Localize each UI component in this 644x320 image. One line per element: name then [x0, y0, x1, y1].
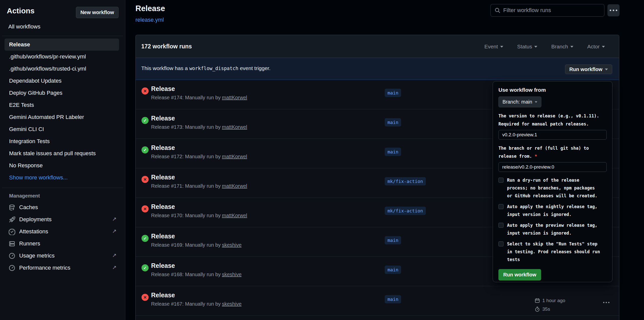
- run-workflow-panel: Use workflow from Branch: main The versi…: [493, 81, 612, 282]
- database-icon: [9, 204, 15, 211]
- workflow-nav: Release .github/workflows/pr-review.yml …: [0, 39, 125, 184]
- filter-workflow-runs-input[interactable]: [503, 7, 600, 14]
- run-status-glyph: ✕: [143, 295, 147, 300]
- x-circle-icon: ✕: [142, 294, 149, 301]
- run-actor-link[interactable]: mattKorwel: [222, 213, 247, 218]
- sidebar-item-github-workflows-trusted-ci-yml[interactable]: .github/workflows/trusted-ci.yml: [5, 63, 119, 75]
- sidebar-item-show-more-workflows[interactable]: Show more workflows...: [5, 172, 119, 184]
- run-description: Release #173: Manually run bymattKorwel: [151, 124, 247, 130]
- management-label: Caches: [19, 204, 38, 211]
- checkbox[interactable]: [498, 223, 503, 228]
- management-label: Deployments: [19, 216, 51, 223]
- run-actor-link[interactable]: skeshive: [222, 272, 242, 277]
- sidebar-item-dependabot-updates[interactable]: Dependabot Updates: [5, 75, 119, 87]
- filter-dropdown-status[interactable]: Status: [517, 44, 538, 50]
- management-header: Management: [9, 193, 40, 199]
- run-workflow-submit-button[interactable]: Run workflow: [498, 269, 541, 280]
- run-description-text: Release #168: Manually run by: [151, 272, 221, 277]
- sidebar-item-mark-stale-issues-and-pull-requests[interactable]: Mark stale issues and pull requests: [5, 147, 119, 159]
- run-actor-link[interactable]: mattKorwel: [222, 124, 247, 130]
- sidebar-item-attestations[interactable]: Attestations ↗: [0, 226, 125, 238]
- runs-filters: Event Status Branch Actor: [484, 44, 605, 50]
- run-branch-badge[interactable]: main: [385, 236, 401, 244]
- chevron-down-icon: [605, 69, 608, 70]
- sidebar-item-runners[interactable]: Runners: [0, 238, 125, 250]
- filter-dropdown-actor[interactable]: Actor: [587, 44, 605, 50]
- run-branch-badge[interactable]: mk/fix-action: [385, 177, 426, 185]
- run-status-glyph: ✕: [143, 207, 147, 211]
- meter-icon: [9, 265, 15, 271]
- run-title-link[interactable]: Release: [151, 233, 175, 240]
- stopwatch-icon: [535, 306, 540, 312]
- sidebar-workflow-label: .github/workflows/pr-review.yml: [9, 53, 86, 60]
- run-status-glyph: ✓: [143, 148, 147, 152]
- banner-text: This workflow has aworkflow_dispatcheven…: [141, 65, 270, 71]
- sidebar-item-gemini-cli-ci[interactable]: Gemini CLI CI: [5, 123, 119, 135]
- workflow-dispatch-code: workflow_dispatch: [188, 66, 240, 71]
- check-circle-icon: ✓: [142, 264, 149, 271]
- workflow-file-link[interactable]: release.yml: [135, 17, 164, 23]
- sidebar-item-e2e-tests[interactable]: E2E Tests: [5, 99, 119, 111]
- run-actor-link[interactable]: mattKorwel: [222, 95, 247, 100]
- sidebar-item-no-response[interactable]: No Response: [5, 159, 119, 172]
- run-title-link[interactable]: Release: [151, 144, 175, 151]
- sidebar-item-integration-tests[interactable]: Integration Tests: [5, 135, 119, 147]
- run-branch-badge[interactable]: main: [385, 89, 401, 97]
- run-branch-badge[interactable]: main: [385, 118, 401, 126]
- run-description: Release #172: Manually run bymattKorwel: [151, 154, 247, 159]
- version-input[interactable]: [498, 130, 607, 140]
- management-label: Performance metrics: [19, 265, 70, 271]
- run-actor-link[interactable]: mattKorwel: [222, 154, 247, 159]
- checkbox[interactable]: [498, 178, 503, 183]
- sidebar-item-usage-metrics[interactable]: Usage metrics ↗: [0, 250, 125, 262]
- run-title-link[interactable]: Release: [151, 262, 175, 269]
- run-description-text: Release #172: Manually run by: [151, 154, 221, 159]
- ref-input[interactable]: [498, 162, 607, 172]
- run-status-glyph: ✓: [143, 266, 147, 270]
- run-description-text: Release #170: Manually run by: [151, 213, 221, 218]
- run-options-kebab-icon[interactable]: [603, 302, 609, 303]
- sidebar-divider: [2, 188, 123, 188]
- workflow-run-row[interactable]: ✕ Release Release #167: Manually run bys…: [136, 286, 619, 316]
- dispatch-checkbox-row: Run a dry-run of the release process; no…: [498, 176, 607, 200]
- run-title-link[interactable]: Release: [151, 115, 175, 122]
- sidebar-item-all-workflows[interactable]: All workflows: [8, 23, 40, 30]
- sidebar-item-github-workflows-pr-review-yml[interactable]: .github/workflows/pr-review.yml: [5, 51, 119, 63]
- run-branch-badge[interactable]: main: [385, 148, 401, 156]
- sidebar-title: Actions: [7, 7, 35, 15]
- branch-selector-button[interactable]: Branch: main: [498, 97, 541, 107]
- run-description-text: Release #174: Manually run by: [151, 95, 221, 100]
- run-branch-badge[interactable]: mk/fix-action: [385, 207, 426, 215]
- sidebar-item-performance-metrics[interactable]: Performance metrics ↗: [0, 262, 125, 274]
- run-actor-link[interactable]: skeshive: [222, 242, 242, 248]
- checkbox[interactable]: [498, 204, 503, 209]
- workflow-dispatch-banner: This workflow has aworkflow_dispatcheven…: [136, 58, 619, 80]
- run-branch-badge[interactable]: main: [385, 266, 401, 274]
- run-time: 1 hour ago: [542, 296, 565, 305]
- filter-dropdown-event[interactable]: Event: [484, 44, 503, 50]
- run-description-text: Release #167: Manually run by: [151, 301, 221, 307]
- sidebar-item-release[interactable]: Release: [5, 39, 119, 51]
- page-options-kebab-icon[interactable]: [607, 4, 620, 16]
- filter-dropdown-branch[interactable]: Branch: [551, 44, 573, 50]
- runs-count: 172 workflow runs: [141, 43, 192, 50]
- sidebar-item-gemini-automated-pr-labeler[interactable]: Gemini Automated PR Labeler: [5, 111, 119, 123]
- new-workflow-button[interactable]: New workflow: [76, 7, 119, 18]
- run-actor-link[interactable]: mattKorwel: [222, 183, 247, 189]
- run-title-link[interactable]: Release: [151, 174, 175, 181]
- checkbox-label: Select to skip the "Run Tests" step in t…: [507, 240, 601, 264]
- run-title-link[interactable]: Release: [151, 203, 175, 210]
- run-title-link[interactable]: Release: [151, 292, 175, 299]
- sidebar-item-deployments[interactable]: Deployments ↗: [0, 214, 125, 226]
- sidebar-workflow-label: No Response: [9, 162, 43, 169]
- sidebar-item-deploy-github-pages[interactable]: Deploy GitHub Pages: [5, 87, 119, 99]
- sidebar-item-caches[interactable]: Caches: [0, 202, 125, 214]
- runs-card-header: 172 workflow runs Event Status Branch Ac…: [136, 35, 619, 58]
- run-workflow-dropdown-button[interactable]: Run workflow: [565, 65, 612, 74]
- checkbox-label: Auto apply the preview release tag, inpu…: [507, 221, 601, 237]
- checkbox[interactable]: [498, 241, 503, 246]
- dispatch-checkbox-row: Auto apply the preview release tag, inpu…: [498, 221, 607, 237]
- run-branch-badge[interactable]: main: [385, 295, 401, 303]
- run-title-link[interactable]: Release: [151, 85, 175, 92]
- run-actor-link[interactable]: skeshive: [222, 301, 242, 307]
